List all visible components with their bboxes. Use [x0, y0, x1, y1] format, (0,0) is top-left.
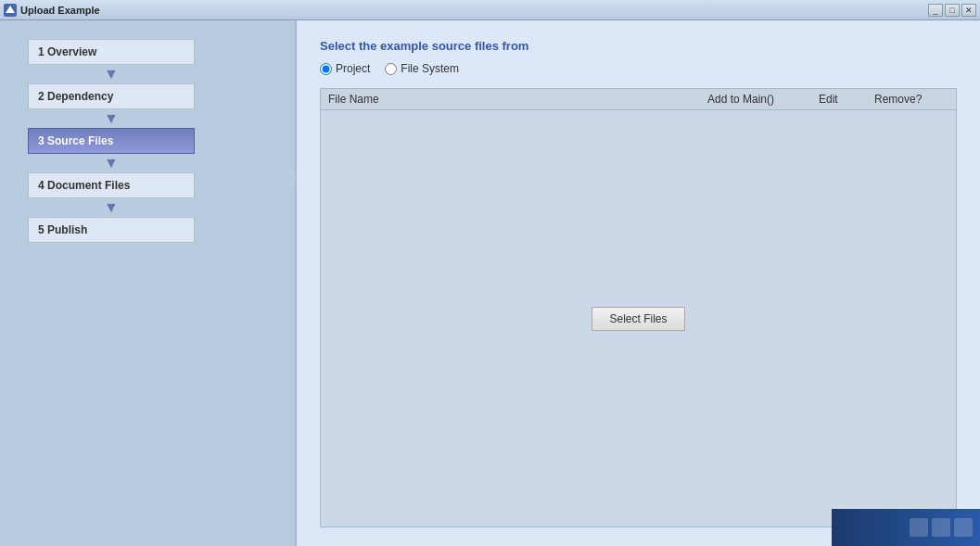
step-publish[interactable]: 5 Publish	[28, 217, 195, 243]
step-document-files[interactable]: 4 Document Files	[28, 172, 195, 198]
step-source-files[interactable]: 3 Source Files	[28, 128, 195, 154]
col-filename: File Name	[328, 93, 707, 106]
col-addtomain: Add to Main()	[707, 93, 819, 106]
col-remove: Remove?	[874, 93, 948, 106]
step-arrow-3: ▼	[104, 154, 119, 172]
bottom-icon-2	[932, 518, 950, 537]
content-arrow	[286, 169, 297, 187]
bottom-icon-1	[910, 518, 928, 537]
file-table-body: Select Files	[321, 110, 956, 527]
window-title: Upload Example	[20, 5, 100, 16]
step-arrow-1: ▼	[104, 65, 119, 83]
col-edit: Edit	[819, 93, 874, 106]
sidebar: 1 Overview ▼ 2 Dependency ▼ 3 Source Fil…	[0, 20, 297, 546]
step-item-4: 4 Document Files ▼	[28, 172, 195, 217]
section-title: Select the example source files from	[320, 39, 957, 53]
title-bar-left: Upload Example	[4, 4, 100, 17]
radio-project-input[interactable]	[320, 63, 332, 75]
step-item-2: 2 Dependency ▼	[28, 83, 195, 128]
close-button[interactable]: ✕	[961, 4, 976, 17]
select-files-button[interactable]: Select Files	[592, 307, 684, 331]
file-table: File Name Add to Main() Edit Remove? Sel…	[320, 88, 957, 527]
step-item-5: 5 Publish	[28, 217, 195, 243]
app-icon	[4, 4, 17, 17]
step-overview[interactable]: 1 Overview	[28, 39, 195, 65]
bottom-icon-3	[954, 518, 973, 537]
step-item-3: 3 Source Files ▼	[28, 128, 195, 172]
maximize-button[interactable]: □	[945, 4, 960, 17]
radio-project[interactable]: Project	[320, 62, 370, 75]
step-item-1: 1 Overview ▼	[28, 39, 195, 83]
main-container: 1 Overview ▼ 2 Dependency ▼ 3 Source Fil…	[0, 20, 980, 546]
minimize-button[interactable]: _	[928, 4, 943, 17]
title-bar: Upload Example _ □ ✕	[0, 0, 980, 20]
step-dependency[interactable]: 2 Dependency	[28, 83, 195, 109]
step-arrow-4: ▼	[104, 198, 119, 217]
content-area: Select the example source files from Pro…	[297, 20, 980, 546]
title-bar-buttons: _ □ ✕	[928, 4, 976, 17]
radio-filesystem[interactable]: File System	[385, 62, 459, 75]
radio-filesystem-input[interactable]	[385, 63, 397, 75]
radio-group: Project File System	[320, 62, 957, 75]
bottom-bar	[832, 509, 980, 546]
file-table-header: File Name Add to Main() Edit Remove?	[321, 89, 956, 110]
step-arrow-2: ▼	[104, 109, 119, 128]
